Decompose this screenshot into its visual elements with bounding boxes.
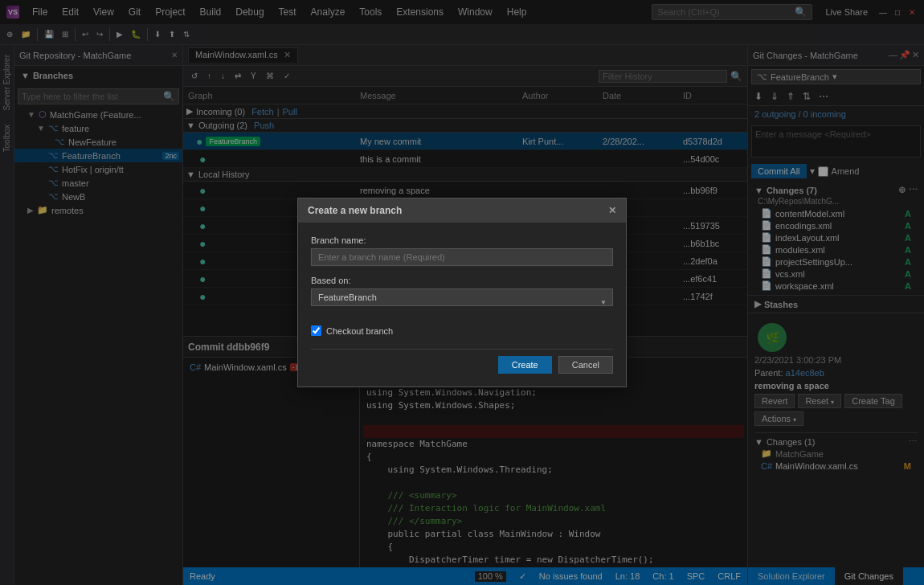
based-on-select[interactable]: FeatureBranch master feature NewFeature (311, 288, 613, 306)
dialog-title: Create a new branch (308, 205, 402, 216)
based-on-label: Based on: (311, 276, 613, 285)
dialog-body: Branch name: Based on: FeatureBranch mas… (298, 223, 626, 387)
based-on-select-wrapper: FeatureBranch master feature NewFeature (311, 288, 613, 316)
create-branch-dialog: Create a new branch ✕ Branch name: Based… (297, 198, 627, 387)
dialog-close-btn[interactable]: ✕ (608, 205, 616, 216)
dialog-footer: Create Cancel (311, 349, 613, 374)
branch-name-input[interactable] (311, 248, 613, 266)
create-btn[interactable]: Create (498, 356, 552, 374)
cancel-btn[interactable]: Cancel (558, 356, 613, 374)
checkout-checkbox[interactable] (311, 325, 321, 336)
branch-name-label: Branch name: (311, 235, 613, 245)
checkout-label: Checkout branch (326, 326, 393, 336)
dialog-title-bar: Create a new branch ✕ (298, 198, 626, 223)
dialog-overlay[interactable]: Create a new branch ✕ Branch name: Based… (0, 0, 924, 585)
checkout-checkbox-row: Checkout branch (311, 325, 613, 336)
